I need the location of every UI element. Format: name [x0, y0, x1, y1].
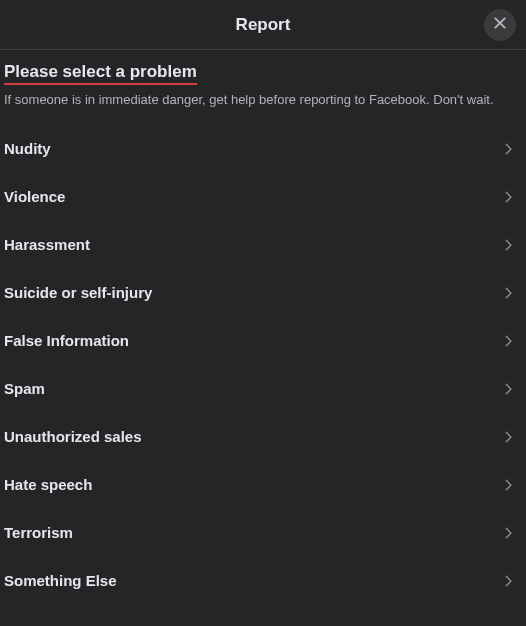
- chevron-right-icon: [498, 571, 518, 591]
- option-label: Unauthorized sales: [4, 428, 142, 445]
- dialog-title: Report: [236, 15, 291, 35]
- option-label: Violence: [4, 188, 65, 205]
- close-button[interactable]: [484, 9, 516, 41]
- option-label: Hate speech: [4, 476, 92, 493]
- option-label: Something Else: [4, 572, 117, 589]
- chevron-right-icon: [498, 331, 518, 351]
- chevron-right-icon: [498, 523, 518, 543]
- option-harassment[interactable]: Harassment: [4, 221, 522, 269]
- option-label: False Information: [4, 332, 129, 349]
- option-label: Suicide or self-injury: [4, 284, 152, 301]
- option-suicide[interactable]: Suicide or self-injury: [4, 269, 522, 317]
- close-icon: [492, 15, 508, 35]
- option-unauthorized-sales[interactable]: Unauthorized sales: [4, 413, 522, 461]
- option-label: Nudity: [4, 140, 51, 157]
- option-something-else[interactable]: Something Else: [4, 557, 522, 605]
- option-label: Harassment: [4, 236, 90, 253]
- option-label: Spam: [4, 380, 45, 397]
- chevron-right-icon: [498, 379, 518, 399]
- chevron-right-icon: [498, 475, 518, 495]
- chevron-right-icon: [498, 427, 518, 447]
- option-label: Terrorism: [4, 524, 73, 541]
- problem-description: If someone is in immediate danger, get h…: [4, 91, 522, 109]
- problem-option-list: Nudity Violence Harassment Suicide or se…: [4, 125, 522, 605]
- dialog-header: Report: [0, 0, 526, 50]
- problem-subtitle: Please select a problem: [4, 62, 197, 85]
- option-terrorism[interactable]: Terrorism: [4, 509, 522, 557]
- option-hate-speech[interactable]: Hate speech: [4, 461, 522, 509]
- option-nudity[interactable]: Nudity: [4, 125, 522, 173]
- chevron-right-icon: [498, 139, 518, 159]
- chevron-right-icon: [498, 187, 518, 207]
- option-spam[interactable]: Spam: [4, 365, 522, 413]
- chevron-right-icon: [498, 283, 518, 303]
- chevron-right-icon: [498, 235, 518, 255]
- option-false-info[interactable]: False Information: [4, 317, 522, 365]
- option-violence[interactable]: Violence: [4, 173, 522, 221]
- dialog-content: Please select a problem If someone is in…: [0, 50, 526, 605]
